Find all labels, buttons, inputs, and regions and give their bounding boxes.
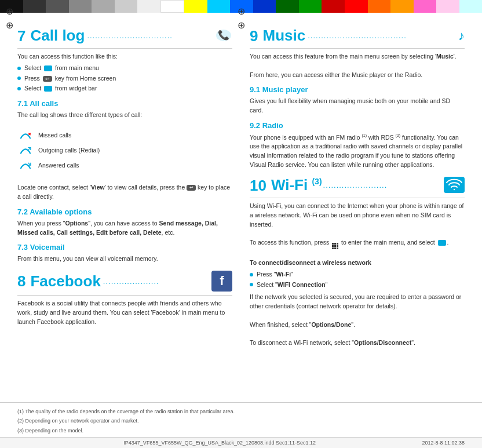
swatch-2 [23,0,46,13]
footnote-2: (2) Depending on your network operator a… [17,417,465,425]
section-9-title: Music [262,27,305,45]
section-10-intro: Using Wi-Fi, you can connect to the Inte… [250,202,465,348]
subsection-7-2-heading: 7.2 Available options [17,207,232,216]
facebook-icon: f [211,271,232,292]
subsection-9-1: 9.1 Music player Gives you full flexibil… [250,85,465,115]
music-icon: ♪ [458,28,465,43]
footnotes: (1) The quality of the radio depends on … [0,402,482,437]
subsection-7-3-heading: 7.3 Voicemail [17,243,232,252]
footnote-1: (1) The quality of the radio depends on … [17,407,465,416]
section-10: 10 Wi-Fi (3) ........................ Us… [250,176,465,348]
swatch-14 [299,0,322,13]
section-7-title: Call log [30,27,85,45]
footer-filename: IP4347_VF655_VF655W_QG_Eng_USA_Black_02_… [17,440,422,446]
bullet-item: Press ↩ key from Home screen [17,74,232,83]
outgoing-call-icon [17,144,34,157]
swatch-13 [276,0,299,13]
section-7-number: 7 [17,28,25,43]
right-column: 9 Music ................................… [250,27,465,354]
subsection-7-2: 7.2 Available options When you press "Op… [17,207,232,238]
section-9-number: 9 [250,28,258,43]
section-9-intro: You can access this feature from the mai… [250,52,465,79]
subsection-7-1-footer: Locate one contact, select 'View' to vie… [17,184,230,200]
swatch-8 [160,0,185,13]
subsection-9-2-body: Your phone is equipped with an FM radio … [250,133,465,170]
swatch-7 [137,0,160,13]
answered-call-label: Answered calls [38,161,79,170]
footnote-3: (3) Depending on the model. [17,427,465,435]
swatch-15 [322,0,345,13]
section-7-intro: You can access this function like this: … [17,52,232,93]
swatch-21 [459,0,482,13]
subsection-7-1-body: The call log shows three different types… [17,111,232,202]
grid-icon [331,243,339,249]
section-10-title: Wi-Fi (3) [271,176,322,194]
footer: (1) The quality of the radio depends on … [0,402,482,448]
section-9-heading: 9 Music ................................… [250,27,465,45]
section-7-bullets: Select from main menu Press ↩ key from H… [17,64,232,93]
subsection-7-1-heading: 7.1 All calls [17,99,232,108]
wifi-icon [444,177,465,194]
swatch-3 [46,0,69,13]
reg-mark-bl: ⊕ [3,5,16,17]
subsection-7-2-body: When you press "Options", you can have a… [17,219,232,238]
section-7-heading: 7 Call log .............................… [17,27,232,45]
footer-timestamp: 2012-8-8 11:02:38 [422,440,465,446]
bullet-item: Select from main menu [17,64,232,73]
answered-call-icon [17,159,34,172]
subsection-9-2-heading: 9.2 Radio [250,121,465,130]
wifi-bullets: Press "Wi-Fi" Select "WIFI Connection" [250,270,465,290]
reg-mark-tr: ⊕ [235,19,247,31]
subsection-7-3: 7.3 Voicemail From this menu, you can vi… [17,243,232,264]
section-8-divider [17,295,232,296]
section-8-dots: ..................... [103,277,208,286]
swatch-10 [207,0,231,13]
section-9: 9 Music ................................… [250,27,465,169]
section-8: 8 Facebook ..................... f Faceb… [17,271,232,326]
bullet-item: Press "Wi-Fi" [250,270,465,279]
section-8-heading: 8 Facebook ..................... f [17,271,232,292]
call-log-icon: 📞 [215,28,232,43]
swatch-16 [345,0,368,13]
subsection-9-1-heading: 9.1 Music player [250,85,465,94]
reg-mark-tl: ⊕ [3,19,16,31]
svg-text:📞: 📞 [218,30,229,41]
section-8-body: Facebook is a social utility that connec… [17,299,232,326]
outgoing-call-row: Outgoing calls (Redial) [17,144,232,157]
swatch-6 [115,0,138,13]
swatch-17 [368,0,391,13]
section-10-dots: ........................ [323,181,441,190]
left-column: 7 Call log .............................… [17,27,232,354]
section-7-divider [17,48,232,49]
reg-mark-br: ⊕ [235,5,247,17]
section-9-divider [250,48,465,49]
page-content: 7 Call log .............................… [0,15,482,359]
swatch-20 [436,0,459,13]
section-7-dots: ................................ [87,31,213,40]
missed-call-label: Missed calls [38,131,71,140]
section-8-title: Facebook [30,272,100,290]
section-10-heading: 10 Wi-Fi (3) ........................ [250,176,465,194]
swatch-12 [253,0,276,13]
section-7: 7 Call log .............................… [17,27,232,264]
bullet-item: Select from widget bar [17,84,232,93]
section-8-number: 8 [17,274,25,289]
section-9-dots: ..................................... [308,31,458,40]
subsection-7-3-body: From this menu, you can view all voicema… [17,254,232,264]
subsection-7-1: 7.1 All calls The call log shows three d… [17,99,232,202]
outgoing-call-label: Outgoing calls (Redial) [38,146,100,155]
swatch-4 [69,0,92,13]
section-10-number: 10 [250,178,266,193]
subsection-9-2: 9.2 Radio Your phone is equipped with an… [250,121,465,170]
section-10-divider [250,198,465,198]
swatch-18 [390,0,414,13]
connect-heading: To connect/disconnect a wireless network [250,259,371,266]
missed-call-row: Missed calls [17,129,232,142]
swatch-5 [92,0,115,13]
answered-call-row: Answered calls [17,159,232,172]
bullet-item: Select "WIFI Connection" [250,281,465,290]
footer-bar: IP4347_VF655_VF655W_QG_Eng_USA_Black_02_… [0,437,482,448]
subsection-9-1-body: Gives you full flexibility when managing… [250,97,465,115]
swatch-19 [414,0,437,13]
swatch-9 [184,0,207,13]
